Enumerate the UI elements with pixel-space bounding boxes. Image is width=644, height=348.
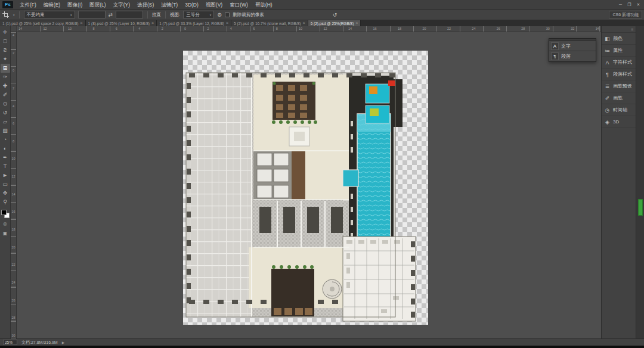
horizontal-ruler[interactable]: 1412108642024681012141618202224262830323… [17,26,601,32]
crop-height-input[interactable] [116,11,143,18]
move-tool[interactable]: ✛ [1,28,10,37]
ruler-number: 30 [11,334,16,337]
eyedropper-tool[interactable]: ✑ [1,73,10,82]
menu-item-5[interactable]: 选择(S) [134,0,157,10]
lasso-tool[interactable]: Ƨ [1,46,10,55]
quick-selection-tool[interactable]: ✦ [1,55,10,64]
healing-brush-tool[interactable]: ✚ [1,82,10,91]
crop-width-input[interactable] [78,11,106,18]
zoom-tool[interactable]: ⚲ [1,198,10,207]
window-control-1[interactable]: ❐ [625,0,634,10]
document-tab-1[interactable]: 1 (8).psd @ 25% (Layer 10, RGB/8)× [86,20,157,26]
locker-rooms [343,237,416,321]
foreground-color-swatch[interactable] [1,210,7,215]
tool-preset-caret-icon[interactable]: ▾ [13,13,15,17]
delete-cropped-pixels-checkbox[interactable] [225,13,230,17]
reset-crop-icon[interactable]: ↺ [333,11,338,19]
zoom-level-field[interactable]: 25% [3,340,17,345]
ruler-number: 10 [11,157,16,160]
crop-view-dropdown[interactable]: 三等分 ▾ [183,11,214,18]
crop-constraint-dropdown[interactable]: 不受约束 ▾ [24,11,75,18]
menu-item-6[interactable]: 滤镜(T) [157,0,181,10]
tab-close-icon[interactable]: × [151,20,154,26]
marquee-tool[interactable]: □ [1,37,10,46]
menu-item-9[interactable]: 窗口(W) [226,0,252,10]
tab-close-icon[interactable]: × [226,20,228,26]
straighten-button[interactable]: 拉直 [152,12,161,18]
brush-panel-label: 画笔 [613,95,623,101]
document-tab-3[interactable]: 5 (2).psd @ 16.7% (stone wall, RGB/8)× [231,20,308,26]
threed-panel[interactable]: ◈3D [602,116,636,128]
dodge-tool[interactable]: ◐ [1,144,10,153]
document-tab-bar: 1 (1).psd @ 25% (sell space 2 copy, RGB/… [0,20,644,26]
properties-panel[interactable]: ≔属性 [602,45,636,57]
crop-settings-gear-icon[interactable]: ⚙ [217,11,222,19]
crop-tool-preset-icon[interactable] [2,11,9,18]
photoshop-logo: Ps [2,1,13,8]
ruler-number: 32 [571,26,574,31]
ruler-number: 34 [596,26,599,31]
paragraph-panel[interactable]: ¶段落 [549,51,596,61]
clone-stamp-tool[interactable]: ⊙ [1,100,10,108]
menu-item-4[interactable]: 文字(Y) [110,0,134,10]
character-panel[interactable]: A文字 [549,41,596,51]
eraser-tool[interactable]: ▱ [1,117,10,126]
document-tab-2[interactable]: 1 (7).psd @ 33.3% (Layer 12, RGB/8)× [157,20,231,26]
wood-corridor [292,151,305,200]
ruler-number: 6 [11,122,16,125]
window-control-0[interactable]: ─ [616,0,625,10]
color-panel[interactable]: ◧颜色 [602,33,636,45]
menu-item-2[interactable]: 图像(I) [64,0,86,10]
floor-plan-document[interactable] [183,51,428,325]
paragraph-styles-panel[interactable]: ¶段落样式 [602,69,636,80]
blur-tool[interactable]: ◔ [1,135,10,144]
delete-cropped-pixels-label: 删除裁剪的像素 [233,12,264,18]
hand-tool[interactable]: ✥ [1,189,10,198]
tools-panel: ✛□Ƨ✦⊞✑✚✐⊙↺▱▧◔◐✒T►▭✥⚲ ◎ ▣ [0,26,11,338]
ruler-number: 20 [422,26,426,31]
path-selection-tool[interactable]: ► [1,171,10,180]
tab-close-icon[interactable]: × [303,20,305,26]
brush-tool[interactable]: ✐ [1,91,10,100]
type-tool[interactable]: T [1,162,10,171]
document-tab-0[interactable]: 1 (1).psd @ 25% (sell space 2 copy, RGB/… [0,20,86,26]
separator [165,11,166,18]
timeline-panel[interactable]: ◷时间轴 [602,104,636,116]
menu-item-0[interactable]: 文件(F) [16,0,40,10]
menu-item-3[interactable]: 图层(L) [86,0,109,10]
shape-tool[interactable]: ▭ [1,180,10,189]
workspace-switcher[interactable]: CS6 新增功能 [609,11,642,18]
vertical-ruler[interactable]: 42024681012141618202224262830 [11,32,17,338]
canvas-pasteboard[interactable]: A文字¶段落 [17,32,601,338]
menu-item-10[interactable]: 帮助(H) [252,0,276,10]
tab-close-icon[interactable]: × [80,20,83,26]
menu-item-8[interactable]: 视图(V) [202,0,226,10]
crop-tool[interactable]: ⊞ [1,64,10,73]
history-brush-tool[interactable]: ↺ [1,108,10,117]
screen-mode-button[interactable]: ▣ [1,229,10,237]
ruler-number: 4 [230,26,232,31]
menu-item-1[interactable]: 编辑(E) [40,0,64,10]
green-indicator[interactable] [638,199,643,216]
swap-dimensions-icon[interactable]: ⇄ [109,11,113,19]
dock-menu-icon[interactable]: ≡ [631,27,633,32]
brush-panel[interactable]: ✐画笔 [602,92,636,104]
ruler-number: 4 [138,26,140,31]
pen-tool[interactable]: ✒ [1,153,10,162]
brush-presets-panel[interactable]: ≣画笔预设 [602,80,636,92]
document-tab-4[interactable]: 6 (2).psd @ 25%(RGB/8)× [308,20,361,26]
window-control-2[interactable]: ✕ [634,0,643,10]
quick-mask-button[interactable]: ◎ [1,220,10,228]
treatment-rooms [253,201,349,247]
paragraph-styles-panel-icon: ¶ [604,72,611,77]
ruler-number: 4 [11,33,16,37]
view-label: 视图: [170,12,180,18]
character-styles-panel[interactable]: A字符样式 [602,57,636,69]
status-options-arrow-icon[interactable]: ▶ [62,340,65,344]
character-styles-panel-label: 字符样式 [613,59,632,66]
menu-item-7[interactable]: 3D(D) [181,0,202,10]
dock-header[interactable]: ≡ [602,26,636,33]
tab-close-icon[interactable]: × [355,20,358,26]
gradient-tool[interactable]: ▧ [1,126,10,135]
ruler-corner [11,26,17,32]
